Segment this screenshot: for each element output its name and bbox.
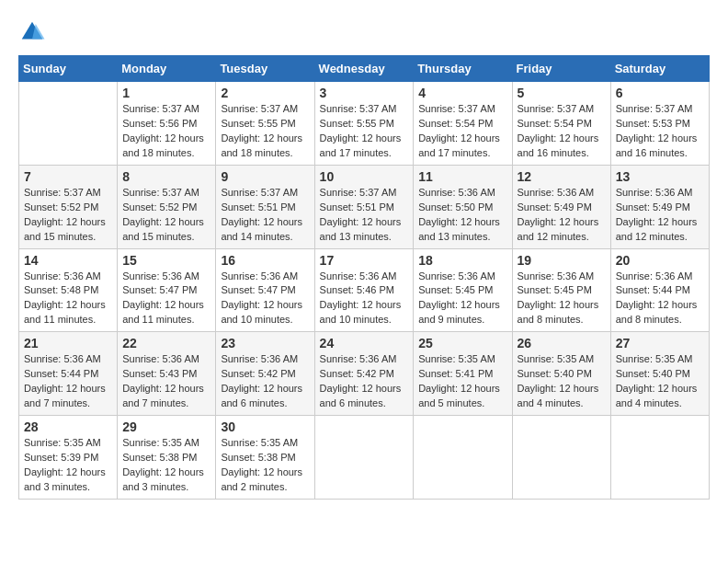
calendar-cell: 15Sunrise: 5:36 AM Sunset: 5:47 PM Dayli… <box>118 248 216 332</box>
cell-text: Sunrise: 5:36 AM Sunset: 5:44 PM Dayligh… <box>616 270 704 328</box>
day-number: 15 <box>122 253 210 268</box>
day-number: 25 <box>418 336 506 350</box>
calendar-cell: 10Sunrise: 5:37 AM Sunset: 5:51 PM Dayli… <box>314 165 414 248</box>
week-row-4: 21Sunrise: 5:36 AM Sunset: 5:44 PM Dayli… <box>19 332 710 416</box>
day-number: 23 <box>221 336 309 350</box>
calendar-cell: 23Sunrise: 5:36 AM Sunset: 5:42 PM Dayli… <box>216 332 314 416</box>
cell-text: Sunrise: 5:35 AM Sunset: 5:39 PM Dayligh… <box>24 436 112 495</box>
day-number: 21 <box>24 336 112 350</box>
calendar-cell: 14Sunrise: 5:36 AM Sunset: 5:48 PM Dayli… <box>19 248 118 332</box>
cell-text: Sunrise: 5:36 AM Sunset: 5:42 PM Dayligh… <box>221 352 309 411</box>
calendar-cell <box>19 82 118 166</box>
cell-text: Sunrise: 5:36 AM Sunset: 5:42 PM Dayligh… <box>320 352 409 411</box>
cell-text: Sunrise: 5:36 AM Sunset: 5:49 PM Dayligh… <box>616 186 704 245</box>
calendar-cell: 20Sunrise: 5:36 AM Sunset: 5:44 PM Dayli… <box>610 248 709 332</box>
day-number: 1 <box>122 86 210 100</box>
day-number: 6 <box>616 86 704 100</box>
day-number: 3 <box>320 86 409 100</box>
calendar-cell <box>610 416 709 500</box>
day-number: 7 <box>24 169 112 184</box>
day-number: 16 <box>221 253 309 268</box>
day-number: 17 <box>320 253 409 268</box>
calendar-cell: 9Sunrise: 5:37 AM Sunset: 5:51 PM Daylig… <box>216 165 314 248</box>
cell-text: Sunrise: 5:35 AM Sunset: 5:41 PM Dayligh… <box>418 352 506 411</box>
day-number: 20 <box>616 253 704 268</box>
header-day-sunday: Sunday <box>19 56 118 82</box>
calendar-cell <box>414 416 512 500</box>
day-number: 10 <box>320 169 409 184</box>
calendar-cell: 16Sunrise: 5:36 AM Sunset: 5:47 PM Dayli… <box>216 248 314 332</box>
calendar-cell: 26Sunrise: 5:35 AM Sunset: 5:40 PM Dayli… <box>512 332 610 416</box>
week-row-3: 14Sunrise: 5:36 AM Sunset: 5:48 PM Dayli… <box>19 248 710 332</box>
calendar-cell: 13Sunrise: 5:36 AM Sunset: 5:49 PM Dayli… <box>610 165 709 248</box>
cell-text: Sunrise: 5:36 AM Sunset: 5:45 PM Dayligh… <box>518 270 606 328</box>
day-number: 30 <box>221 419 309 434</box>
calendar-cell: 30Sunrise: 5:35 AM Sunset: 5:38 PM Dayli… <box>216 416 314 500</box>
cell-text: Sunrise: 5:37 AM Sunset: 5:54 PM Dayligh… <box>418 102 506 161</box>
day-number: 24 <box>320 336 409 350</box>
cell-text: Sunrise: 5:37 AM Sunset: 5:52 PM Dayligh… <box>122 186 210 245</box>
cell-text: Sunrise: 5:36 AM Sunset: 5:47 PM Dayligh… <box>122 270 210 328</box>
calendar-cell <box>512 416 610 500</box>
week-row-1: 1Sunrise: 5:37 AM Sunset: 5:56 PM Daylig… <box>19 82 710 166</box>
day-number: 26 <box>518 336 606 350</box>
calendar-cell: 27Sunrise: 5:35 AM Sunset: 5:40 PM Dayli… <box>610 332 709 416</box>
day-number: 8 <box>122 169 210 184</box>
day-number: 22 <box>122 336 210 350</box>
cell-text: Sunrise: 5:36 AM Sunset: 5:44 PM Dayligh… <box>24 352 112 411</box>
cell-text: Sunrise: 5:35 AM Sunset: 5:38 PM Dayligh… <box>122 436 210 495</box>
day-number: 12 <box>518 169 606 184</box>
calendar-header: SundayMondayTuesdayWednesdayThursdayFrid… <box>19 56 710 82</box>
header-day-friday: Friday <box>512 56 610 82</box>
cell-text: Sunrise: 5:36 AM Sunset: 5:49 PM Dayligh… <box>518 186 606 245</box>
day-number: 5 <box>518 86 606 100</box>
cell-text: Sunrise: 5:35 AM Sunset: 5:40 PM Dayligh… <box>518 352 606 411</box>
cell-text: Sunrise: 5:37 AM Sunset: 5:53 PM Dayligh… <box>616 102 704 161</box>
day-number: 18 <box>418 253 506 268</box>
cell-text: Sunrise: 5:37 AM Sunset: 5:51 PM Dayligh… <box>320 186 409 245</box>
calendar-cell: 1Sunrise: 5:37 AM Sunset: 5:56 PM Daylig… <box>118 82 216 166</box>
calendar-cell: 22Sunrise: 5:36 AM Sunset: 5:43 PM Dayli… <box>118 332 216 416</box>
calendar-cell: 28Sunrise: 5:35 AM Sunset: 5:39 PM Dayli… <box>19 416 118 500</box>
header-day-thursday: Thursday <box>414 56 512 82</box>
week-row-2: 7Sunrise: 5:37 AM Sunset: 5:52 PM Daylig… <box>19 165 710 248</box>
calendar-cell: 21Sunrise: 5:36 AM Sunset: 5:44 PM Dayli… <box>19 332 118 416</box>
cell-text: Sunrise: 5:35 AM Sunset: 5:38 PM Dayligh… <box>221 436 309 495</box>
calendar-cell: 5Sunrise: 5:37 AM Sunset: 5:54 PM Daylig… <box>512 82 610 166</box>
calendar-cell: 18Sunrise: 5:36 AM Sunset: 5:45 PM Dayli… <box>414 248 512 332</box>
day-number: 27 <box>616 336 704 350</box>
calendar-cell: 4Sunrise: 5:37 AM Sunset: 5:54 PM Daylig… <box>414 82 512 166</box>
cell-text: Sunrise: 5:37 AM Sunset: 5:54 PM Dayligh… <box>518 102 606 161</box>
cell-text: Sunrise: 5:36 AM Sunset: 5:46 PM Dayligh… <box>320 270 409 328</box>
day-number: 14 <box>24 253 112 268</box>
header-day-wednesday: Wednesday <box>314 56 414 82</box>
calendar-cell: 3Sunrise: 5:37 AM Sunset: 5:55 PM Daylig… <box>314 82 414 166</box>
cell-text: Sunrise: 5:36 AM Sunset: 5:45 PM Dayligh… <box>418 270 506 328</box>
calendar-table: SundayMondayTuesdayWednesdayThursdayFrid… <box>18 55 710 500</box>
header-row: SundayMondayTuesdayWednesdayThursdayFrid… <box>19 56 710 82</box>
week-row-5: 28Sunrise: 5:35 AM Sunset: 5:39 PM Dayli… <box>19 416 710 500</box>
calendar-cell: 12Sunrise: 5:36 AM Sunset: 5:49 PM Dayli… <box>512 165 610 248</box>
calendar-cell: 25Sunrise: 5:35 AM Sunset: 5:41 PM Dayli… <box>414 332 512 416</box>
calendar-cell: 11Sunrise: 5:36 AM Sunset: 5:50 PM Dayli… <box>414 165 512 248</box>
cell-text: Sunrise: 5:36 AM Sunset: 5:43 PM Dayligh… <box>122 352 210 411</box>
calendar-cell: 29Sunrise: 5:35 AM Sunset: 5:38 PM Dayli… <box>118 416 216 500</box>
day-number: 4 <box>418 86 506 100</box>
calendar-cell <box>314 416 414 500</box>
day-number: 29 <box>122 419 210 434</box>
cell-text: Sunrise: 5:37 AM Sunset: 5:55 PM Dayligh… <box>320 102 409 161</box>
cell-text: Sunrise: 5:37 AM Sunset: 5:56 PM Dayligh… <box>122 102 210 161</box>
cell-text: Sunrise: 5:36 AM Sunset: 5:47 PM Dayligh… <box>221 270 309 328</box>
header-day-tuesday: Tuesday <box>216 56 314 82</box>
calendar-cell: 24Sunrise: 5:36 AM Sunset: 5:42 PM Dayli… <box>314 332 414 416</box>
header-day-saturday: Saturday <box>610 56 709 82</box>
calendar-cell: 6Sunrise: 5:37 AM Sunset: 5:53 PM Daylig… <box>610 82 709 166</box>
cell-text: Sunrise: 5:37 AM Sunset: 5:51 PM Dayligh… <box>221 186 309 245</box>
calendar-cell: 7Sunrise: 5:37 AM Sunset: 5:52 PM Daylig… <box>19 165 118 248</box>
calendar-body: 1Sunrise: 5:37 AM Sunset: 5:56 PM Daylig… <box>19 82 710 500</box>
cell-text: Sunrise: 5:37 AM Sunset: 5:55 PM Dayligh… <box>221 102 309 161</box>
day-number: 9 <box>221 169 309 184</box>
calendar-cell: 2Sunrise: 5:37 AM Sunset: 5:55 PM Daylig… <box>216 82 314 166</box>
day-number: 2 <box>221 86 309 100</box>
calendar-cell: 19Sunrise: 5:36 AM Sunset: 5:45 PM Dayli… <box>512 248 610 332</box>
